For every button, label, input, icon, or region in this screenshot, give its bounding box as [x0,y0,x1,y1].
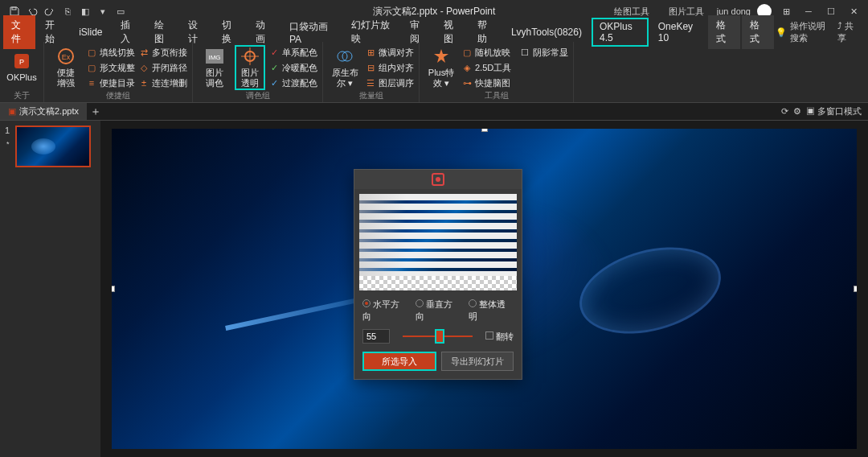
multi-window[interactable]: ▣ 多窗口模式 [806,105,862,117]
check-icon: ✓ [268,77,280,89]
export-to-slide-button[interactable]: 导出到幻灯片 [441,352,514,371]
crosshair-icon [240,47,260,66]
checkbox-icon: ☐ [519,47,530,58]
flip-checkbox[interactable]: 翻转 [485,331,514,343]
direction-radios: 水平方向 垂直方向 整体透明 [354,295,522,326]
tab-review[interactable]: 审阅 [402,15,434,49]
25d-tool[interactable]: ◈2.5D工具 [461,60,511,75]
value-input[interactable] [362,329,390,344]
group-align[interactable]: ⊟组内对齐 [365,60,414,75]
tell-me[interactable]: 💡操作说明搜索 [776,20,831,44]
tab-transition[interactable]: 切换 [214,15,246,49]
slide-thumbnail-1[interactable]: 1 * [5,126,96,169]
ribbon-options-icon[interactable]: ⊞ [778,3,794,19]
shape-text-align[interactable]: ▢形文规整 [86,60,135,75]
tab-format2[interactable]: 格式 [742,15,774,49]
svg-rect-0 [12,7,16,10]
transparency-checker [359,276,517,290]
gradient-color[interactable]: ✓过渡配色 [268,76,317,90]
record-icon [432,173,444,186]
bianjie-button[interactable]: Ex 便捷 增强 [49,45,83,90]
radio-overall[interactable]: 整体透明 [469,298,514,323]
tab-home[interactable]: 开始 [37,15,69,49]
plus-effects-button[interactable]: Plus特 效 ▾ [424,45,458,90]
img-icon: IMG [205,47,224,66]
dialog-buttons: 所选导入 导出到幻灯片 [354,347,522,379]
tab-lvyh[interactable]: LvyhTools(0826) [503,23,590,41]
layer-order[interactable]: ☰图层调序 [365,76,414,90]
close-icon[interactable]: ✕ [845,3,862,19]
value-row: 翻转 [354,326,522,347]
img-transparent-button[interactable]: 图片 透明 [235,45,265,90]
warm-cold-color[interactable]: ✓冷暖配色 [268,60,317,75]
slider[interactable] [403,336,473,337]
tab-file[interactable]: 文件 [3,15,35,49]
tab-design[interactable]: 设计 [180,15,212,49]
tab-islide[interactable]: iSlide [71,23,110,41]
quick-toc[interactable]: ≡便捷目录 [86,76,135,90]
share-button[interactable]: ⤴ 共享 [837,20,858,44]
thumbnail-image [15,126,91,167]
cube-icon: ◈ [461,62,473,73]
thumbnail-panel: 1 * [0,121,100,457]
qat-icon-2[interactable]: ◧ [77,3,93,19]
okplus-icon: P [12,51,31,71]
tab-okplus[interactable]: OKPlus 4.5 [592,18,649,47]
qat-dropdown-icon[interactable]: ▾ [95,3,111,19]
layers-icon: ☰ [365,77,376,89]
open-close-path[interactable]: ◇开闭路径 [138,60,187,75]
group-bianjie: 便捷组 [106,90,130,103]
group-batch: 批量组 [359,90,383,103]
tab-draw[interactable]: 绘图 [146,15,178,49]
document-tabs: ▣ 演示文稿2.pptx ＋ ⟳ ⚙ ▣ 多窗口模式 [0,103,868,121]
gear-icon[interactable]: ⚙ [793,106,801,117]
resize-handle-right[interactable] [854,286,857,292]
transparency-dialog: 水平方向 垂直方向 整体透明 翻转 所选导入 导出到幻灯片 [354,169,522,380]
plus-minus-icon: ± [138,77,149,89]
ppt-icon: ▣ [8,106,16,117]
circles-icon [335,47,354,66]
group-tools: 工具组 [485,90,509,103]
sync-icon[interactable]: ⟳ [781,106,788,117]
tab-insert[interactable]: 插入 [113,15,145,49]
minimize-icon[interactable]: ─ [800,3,817,19]
tab-anim[interactable]: 动画 [248,15,280,49]
quick-mindmap[interactable]: ⊶快捷脑图 [461,76,511,90]
dialog-header[interactable] [354,170,522,189]
check-icon: ✓ [268,62,280,73]
maximize-icon[interactable]: ☐ [823,3,839,19]
tab-help[interactable]: 帮助 [469,15,502,49]
resize-handle-top[interactable] [481,129,488,132]
align-icon: ⊟ [365,62,376,73]
tab-pocket[interactable]: 口袋动画 PA [281,17,342,48]
radio-vertical[interactable]: 垂直方向 [416,298,461,323]
img-color-button[interactable]: IMG 图片 调色 [198,45,231,90]
ribbon-tabs: 文件 开始 iSlide 插入 绘图 设计 切换 动画 口袋动画 PA 幻灯片放… [0,23,868,42]
list-icon: ≡ [86,77,97,89]
slider-thumb[interactable] [435,329,444,344]
svg-marker-12 [434,49,448,63]
group-about: 关于 [14,90,30,103]
svg-text:P: P [19,58,24,66]
group-color: 调色组 [246,90,270,103]
star-icon [432,47,451,66]
tree-icon: ⊶ [461,77,473,89]
document-tab[interactable]: ▣ 演示文稿2.pptx [0,103,87,120]
tab-onekey[interactable]: OneKey 10 [650,18,706,47]
okplus-button[interactable]: P OKPlus [5,45,39,90]
dialog-preview [359,194,517,290]
tab-view[interactable]: 视图 [436,15,468,49]
resize-handle-left[interactable] [112,286,115,292]
path-icon: ◇ [138,62,149,73]
glasses-graphic [570,233,731,348]
square-icon: ▢ [86,47,97,58]
import-selected-button[interactable]: 所选导入 [362,352,436,371]
shadow-always[interactable]: ☐阴影常显 [519,45,568,60]
bulb-icon: 💡 [776,27,787,38]
tab-slideshow[interactable]: 幻灯片放映 [343,15,399,49]
tab-format1[interactable]: 格式 [708,15,740,49]
add-tab-button[interactable]: ＋ [87,103,104,120]
radio-horizontal[interactable]: 水平方向 [362,298,407,323]
add-remove[interactable]: ±连连增删 [138,76,187,90]
native-bool-button[interactable]: 原生布 尔 ▾ [328,45,362,90]
